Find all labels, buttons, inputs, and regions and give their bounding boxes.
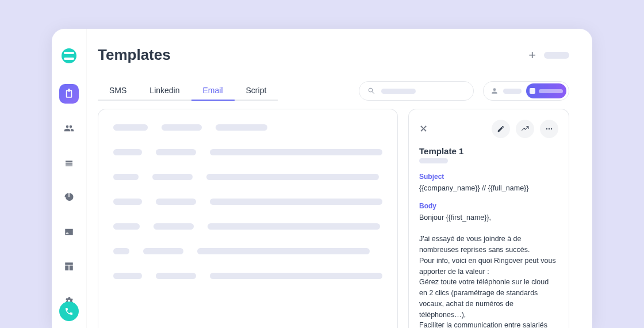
edit-button[interactable] <box>492 120 510 138</box>
list-item[interactable] <box>113 174 382 180</box>
tab-script[interactable]: Script <box>235 81 278 101</box>
svg-point-0 <box>546 128 547 129</box>
pencil-icon <box>497 125 505 133</box>
clipboard-icon <box>64 89 74 99</box>
subject-value: {{company_name}} // {{full_name}} <box>419 183 558 194</box>
stats-button[interactable] <box>516 120 534 138</box>
search-input[interactable] <box>359 81 474 101</box>
templates-list <box>98 109 398 328</box>
subject-label: Subject <box>419 173 558 181</box>
sidebar-item-reports[interactable] <box>59 188 79 207</box>
list-item[interactable] <box>113 273 382 279</box>
view-toggle[interactable] <box>526 83 566 98</box>
toolbar: SMS Linkedin Email Script <box>98 81 569 101</box>
tabs: SMS Linkedin Email Script <box>98 81 278 101</box>
toolbar-right <box>359 81 569 101</box>
page-title: Templates <box>98 46 171 64</box>
sidebar-item-people[interactable] <box>59 119 79 138</box>
list-item[interactable] <box>113 199 382 205</box>
people-icon <box>64 123 74 134</box>
grid-icon <box>530 88 535 94</box>
content: ✕ Template 1 Subject <box>98 109 569 328</box>
detail-header: ✕ <box>419 120 558 138</box>
list-item[interactable] <box>113 223 382 230</box>
filter-control[interactable] <box>483 81 569 101</box>
template-detail: ✕ Template 1 Subject <box>408 109 569 328</box>
template-title: Template 1 <box>419 146 558 156</box>
tab-email[interactable]: Email <box>191 81 235 101</box>
person-icon <box>490 87 499 95</box>
add-button[interactable]: + <box>528 49 536 62</box>
sidebar-item-layout[interactable] <box>59 257 79 276</box>
id-card-icon <box>64 227 74 237</box>
phone-icon <box>64 307 74 316</box>
header-placeholder <box>544 52 569 59</box>
toggle-placeholder <box>539 89 563 93</box>
svg-point-1 <box>549 128 550 129</box>
search-placeholder <box>381 89 416 94</box>
pie-chart-icon <box>64 192 74 203</box>
more-icon <box>545 125 553 133</box>
logo-icon <box>62 48 76 63</box>
sidebar-item-templates[interactable] <box>59 84 79 104</box>
header-actions: + <box>528 49 569 62</box>
list-item[interactable] <box>113 149 382 155</box>
more-button[interactable] <box>540 120 558 138</box>
header: Templates + <box>98 46 569 64</box>
sidebar <box>52 29 86 328</box>
app-window: Templates + SMS Linkedin Email Script <box>52 29 592 328</box>
list-header <box>113 124 382 131</box>
close-icon[interactable]: ✕ <box>419 123 428 135</box>
layout-icon <box>64 261 74 272</box>
svg-point-2 <box>551 128 552 129</box>
list-item[interactable] <box>113 248 382 254</box>
tab-sms[interactable]: SMS <box>98 81 138 101</box>
body-text: Bonjour {{first_name}}, J'ai essayé de v… <box>419 212 558 328</box>
stack-icon <box>64 158 74 168</box>
sidebar-item-contacts[interactable] <box>59 222 79 242</box>
main: Templates + SMS Linkedin Email Script <box>86 29 592 328</box>
tab-linkedin[interactable]: Linkedin <box>138 81 191 101</box>
filter-placeholder <box>503 89 522 94</box>
sidebar-item-stack[interactable] <box>59 153 79 173</box>
phone-fab[interactable] <box>59 302 79 321</box>
template-meta-placeholder <box>419 158 448 163</box>
body-label: Body <box>419 202 558 210</box>
detail-actions <box>492 120 558 138</box>
search-icon <box>367 87 375 95</box>
trend-icon <box>521 125 529 133</box>
